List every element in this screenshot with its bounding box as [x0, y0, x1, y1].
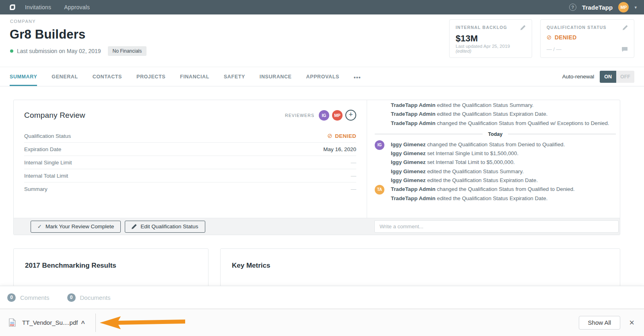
last-submission-text: Last submission on May 02, 2019 — [17, 48, 101, 54]
row-label: Internal Total Limit — [24, 173, 68, 179]
edit-qualification-status-button[interactable]: Edit Qualification Status — [125, 221, 205, 233]
pencil-icon — [132, 224, 137, 229]
activity-item: IG Iggy Gimenez changed the Qualificatio… — [375, 140, 616, 149]
row-label: Summary — [24, 186, 47, 192]
activity-item: TA TradeTapp Admin changed the Qualifica… — [375, 185, 616, 194]
row-label: Expiration Date — [24, 146, 61, 152]
brand-name[interactable]: TradeTapp — [582, 4, 613, 11]
auto-renewal-toggle: ON OFF — [600, 71, 634, 83]
activity-item: Iggy Gimenez edited the Qualification St… — [375, 167, 616, 176]
close-shelf-icon[interactable]: × — [629, 318, 634, 328]
reviewer-avatar: IG — [319, 110, 329, 121]
activity-item: Iggy Gimenez set Internal Total Limit to… — [375, 158, 616, 167]
documents-tab[interactable]: 0 Documents — [67, 293, 111, 302]
comments-count-badge: 0 — [7, 293, 16, 302]
table-row: Internal Single Limit — — [24, 156, 356, 169]
qualification-limits: — / — — [547, 46, 561, 52]
tab-bar: SUMMARY GENERAL CONTACTS PROJECTS FINANC… — [0, 67, 644, 86]
tab-projects[interactable]: PROJECTS — [136, 67, 165, 86]
tab-contacts[interactable]: CONTACTS — [93, 67, 122, 86]
review-table: Qualification Status ⊘ DENIED Expiration… — [24, 129, 356, 196]
nav-invitations[interactable]: Invitations — [25, 4, 51, 10]
row-value: May 16, 2020 — [323, 146, 356, 152]
add-reviewer-button[interactable]: + — [345, 110, 356, 121]
reviewer-avatar: MP — [332, 110, 343, 121]
activity-item: TradeTapp Admin changed the Qualificatio… — [375, 119, 616, 128]
actor-avatar: IG — [375, 140, 384, 150]
tab-insurance[interactable]: INSURANCE — [260, 67, 292, 86]
user-avatar[interactable]: MP — [618, 2, 629, 12]
company-eyebrow: COMPANY — [10, 19, 36, 24]
denied-icon: ⊘ — [327, 132, 332, 139]
no-financials-badge: No Financials — [108, 46, 147, 56]
show-all-button[interactable]: Show All — [579, 316, 621, 330]
documents-label: Documents — [80, 294, 111, 301]
chevron-down-icon[interactable]: ▾ — [634, 5, 637, 10]
mark-review-complete-button[interactable]: ✓ Mark Your Review Complete — [31, 221, 121, 233]
top-navbar: Invitations Approvals ? TradeTapp MP ▾ — [0, 0, 644, 14]
auto-renewal-control: Auto-renewal ON OFF — [562, 67, 634, 86]
company-name: Gr8 Builders — [10, 27, 85, 42]
row-label: Internal Single Limit — [24, 160, 72, 166]
activity-item: Iggy Gimenez edited the Qualification St… — [375, 176, 616, 185]
help-icon[interactable]: ? — [569, 4, 576, 11]
today-divider: Today — [375, 131, 616, 137]
table-row: Summary — — [24, 182, 356, 196]
tab-financial[interactable]: FINANCIAL — [180, 67, 209, 86]
denied-icon: ⊘ — [547, 34, 552, 41]
activity-feed: TradeTapp Admin edited the Qualification… — [367, 100, 620, 218]
qualification-status-value: ⊘ DENIED — [547, 34, 628, 41]
tab-summary[interactable]: SUMMARY — [10, 67, 37, 86]
navbar-right: ? TradeTapp MP ▾ — [569, 2, 637, 12]
svg-text:PDF: PDF — [10, 324, 15, 326]
auto-renewal-off[interactable]: OFF — [616, 71, 634, 83]
key-metrics-card: Key Metrics — [220, 248, 620, 287]
backlog-value: $13M — [456, 33, 526, 44]
comments-label: Comments — [20, 294, 50, 301]
download-shelf: PDF TT_Vendor_Su....pdf ^ Show All × — [0, 309, 644, 336]
row-value: — — [351, 160, 357, 166]
row-value: — — [351, 186, 357, 192]
auto-renewal-label: Auto-renewal — [562, 74, 594, 80]
table-row: Qualification Status ⊘ DENIED — [24, 129, 356, 143]
activity-item: TradeTapp Admin edited the Qualification… — [375, 194, 616, 203]
tab-general[interactable]: GENERAL — [52, 67, 78, 86]
benchmarking-results-title: 2017 Benchmarking Results — [25, 262, 208, 270]
table-row: Expiration Date May 16, 2020 — [24, 143, 356, 156]
reviewers-group: REVIEWERS IG MP + — [285, 110, 356, 121]
today-label: Today — [488, 131, 503, 137]
qualification-card-title: QUALIFICATION STATUS — [547, 25, 607, 30]
backlog-updated: Last updated Apr 25, 2019 (edited) — [456, 44, 526, 53]
auto-renewal-on[interactable]: ON — [600, 71, 616, 83]
backlog-card-title: INTERNAL BACKLOG — [456, 25, 507, 30]
row-value: — — [351, 173, 357, 179]
download-filename: TT_Vendor_Su....pdf — [22, 319, 78, 326]
primary-nav: Invitations Approvals — [25, 4, 90, 10]
activity-item: TradeTapp Admin edited the Qualification… — [375, 101, 616, 110]
annotation-arrow — [99, 315, 185, 330]
internal-backlog-card: INTERNAL BACKLOG $13M Last updated Apr 2… — [449, 19, 532, 58]
downloaded-file-chip[interactable]: PDF TT_Vendor_Su....pdf — [9, 318, 78, 327]
tab-approvals[interactable]: APPROVALS — [306, 67, 339, 86]
table-row: Internal Total Limit — — [24, 169, 356, 182]
submission-row: Last submission on May 02, 2019 No Finan… — [10, 46, 147, 56]
comments-tab[interactable]: 0 Comments — [7, 293, 50, 302]
nav-approvals[interactable]: Approvals — [64, 4, 90, 10]
activity-item: Iggy Gimenez set Internal Single Limit t… — [375, 149, 616, 158]
company-header: COMPANY Gr8 Builders Last submission on … — [0, 14, 644, 67]
benchmarking-results-card: 2017 Benchmarking Results — [13, 248, 208, 287]
pdf-file-icon: PDF — [9, 318, 16, 327]
edit-backlog-icon[interactable] — [520, 25, 526, 30]
activity-item: TradeTapp Admin edited the Qualification… — [375, 110, 616, 119]
company-review-panel: Company Review REVIEWERS IG MP + Qualifi… — [14, 100, 367, 218]
chevron-up-icon[interactable]: ^ — [81, 320, 85, 327]
company-review-section: Company Review REVIEWERS IG MP + Qualifi… — [13, 100, 620, 235]
edit-qualification-icon[interactable] — [623, 25, 628, 30]
tab-safety[interactable]: SAFETY — [224, 67, 245, 86]
comments-documents-panel: 0 Comments 0 Documents — [0, 286, 644, 309]
row-label: Qualification Status — [24, 133, 71, 139]
more-tabs-icon[interactable]: ••• — [354, 67, 361, 86]
comment-input[interactable] — [374, 220, 619, 233]
tradetapp-logo-icon[interactable] — [7, 2, 18, 12]
comment-bubble-icon[interactable] — [621, 47, 628, 52]
